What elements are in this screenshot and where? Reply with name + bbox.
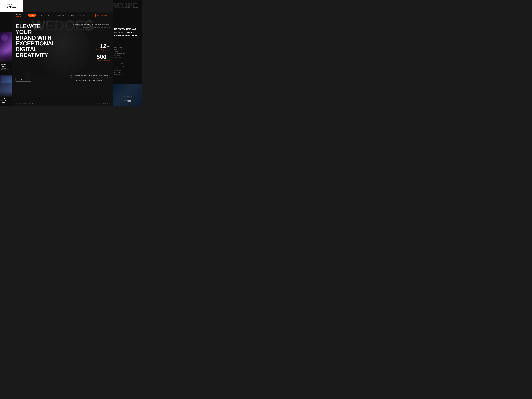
innovation-line1: NESS TO INNOVAT [114,28,137,31]
hero-content: ELEVATE YOUR BRAND WITH EXCEPTIONAL DIGI… [16,23,58,58]
nav-links: HOME ABOUT SERVICE PROJECT CONTACT INSIG… [28,14,95,17]
hero-headline-line1: ELEVATE YOUR [16,23,58,35]
innovation-line3: IG EDGE DIGITAL P [114,34,137,37]
hero-headline: ELEVATE YOUR BRAND WITH EXCEPTIONAL DIGI… [16,23,58,58]
more-projects-label: MORE PROJECTS [126,7,138,9]
hero-description: At Wedoes, we specialize in crafting vis… [71,23,110,28]
scroll-arrow-icon: ↘ [32,102,33,104]
right-bottom-text: Discover the voice experiences and [124,94,141,97]
brand-logo-white: WEDOES™ AGENCY [7,4,16,8]
navbar: WEDOES™ AGENCY HOME ABOUT SERVICE PROJEC… [12,12,113,18]
right-panel-wave-text: Discover the voice experiences and + Ho [124,94,141,103]
get-template-button[interactable]: GET TEMPLATE [95,14,110,17]
left-sidebar-sub1: Web Design, 3D [0,69,9,70]
right-panel-body-text1: ace numerous ket, engaging and l changes… [114,47,134,58]
nav-logo-tm: ™ [23,14,24,14]
lets-talk-label: LET'S TALK [18,79,27,80]
hero-headline-line5: CREATIVITY [16,52,58,58]
hero-headline-line2: BRAND WITH [16,35,58,41]
nav-link-about[interactable]: ABOUT [40,15,44,16]
featured-projects-label: FEATURED PROJECTS [94,103,110,104]
caption2-line1: TechWa [0,98,6,100]
logo-text-wedoes: WEDOES [7,4,12,5]
hero-right-content: At Wedoes, we specialize in crafting vis… [71,23,110,28]
nav-link-insights[interactable]: INSIGHTS [78,15,84,16]
caption2-line3: World [0,102,6,104]
nav-link-contact[interactable]: CONTACT [68,15,74,16]
right-panel-innovation-text: NESS TO INNOVAT VATE TO THEIR CU IG EDGE… [114,28,137,37]
left-sidebar-caption1: Urban Vi Redefini Skylines [0,64,6,69]
more-projects-link[interactable]: MORE PROJECTS ↗ [126,7,140,9]
stat2-number: 500+ [96,54,110,60]
nav-logo: WEDOES™ AGENCY [16,13,24,17]
left-sidebar: Urban Vi Redefini Skylines Web Design, 3… [0,12,12,106]
caption1-line3: Skylines [0,68,6,69]
hero-headline-line3: EXCEPTIONAL [16,41,58,46]
more-projects-arrow: ↗ [139,7,140,9]
right-panel: PROJEC MORE PROJECTS ↗ NESS TO INNOVAT V… [113,0,142,106]
nav-link-service[interactable]: SERVICE [48,15,54,16]
left-sidebar-image2 [0,75,12,98]
scroll-label: SCROLL TO EXPLORE [16,103,31,104]
nav-logo-agency: AGENCY [16,15,24,17]
right-body-text1-content: ace numerous ket, engaging and l changes… [114,47,134,58]
logo-tm: ™ [12,4,13,5]
bottom-bar: SCROLL TO EXPLORE ↘ FEATURED PROJECTS [16,102,110,104]
lets-talk-button[interactable]: LET'S TALK ↗ [16,78,31,82]
innovation-line2: VATE TO THEIR CU [114,31,137,34]
hero-body-text-content: From innovative web designs to compellin… [69,74,110,82]
stat2-label: Projects Successfully [96,60,110,61]
left-img1-overlay [0,52,12,63]
main-panel: WEDOES™ AGENCY HOME ABOUT SERVICE PROJEC… [12,12,113,106]
nav-link-home[interactable]: HOME [28,14,36,17]
logo-text-agency: AGENCY [7,6,16,8]
hero-body-text: From innovative web designs to compellin… [69,74,110,82]
caption1-line2: Redefini [0,66,6,68]
stat1-number: 12+ [96,43,110,49]
caption1-line1: Urban Vi [0,64,6,66]
hero-stats: 12+ Years of experiences 500+ Projects S… [96,43,110,65]
white-card-logo-area: WEDOES™ AGENCY [0,0,23,12]
right-panel-project-title: PROJEC [113,1,138,10]
hero-headline-line4: DIGITAL [16,46,58,52]
stat1-label: Years of experiences [96,49,110,51]
left-sidebar-caption2: TechWa Innovate World [0,98,6,104]
nav-logo-wedoes: WEDOES [16,13,23,15]
nav-link-project[interactable]: PROJECT [57,15,64,16]
left-sidebar-image1 [0,32,12,63]
right-panel-body-text2: understanding your leverage our ns and c… [114,62,134,76]
right-body-text2-content: understanding your leverage our ns and c… [114,62,134,76]
lets-talk-arrow: ↗ [27,79,29,80]
scroll-to-explore: SCROLL TO EXPLORE ↘ [16,102,33,104]
right-panel-wave-bg: Discover the voice experiences and + Ho [113,84,142,106]
caption2-line2: Innovate [0,100,6,102]
